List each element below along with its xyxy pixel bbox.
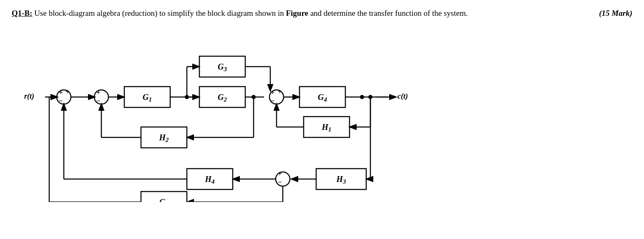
figure-word: Figure (286, 9, 308, 17)
svg-text:−: − (96, 97, 101, 105)
G2-label: G2 (218, 92, 227, 103)
block-diagram: r(t) + − + + − G1 (12, 27, 632, 202)
G5-label: G5 (159, 197, 169, 202)
svg-text:−: − (59, 97, 63, 105)
question-container: Q1-B: Use block-diagram algebra (reducti… (12, 7, 632, 202)
G3-label: G3 (218, 62, 227, 72)
G1-label: G1 (143, 92, 152, 103)
H2-label: H2 (158, 133, 169, 143)
svg-text:+: + (96, 89, 101, 97)
question-body: Use block-diagram algebra (reduction) to… (34, 9, 286, 17)
marks: (15 Mark) (599, 7, 632, 20)
svg-text:+: + (271, 89, 275, 97)
svg-text:+: + (65, 88, 70, 96)
H4-label: H4 (204, 174, 215, 185)
question-label: Q1-B: (12, 9, 33, 17)
output-signal-label: c(t) (397, 92, 408, 101)
H3-label: H3 (336, 174, 346, 185)
H1-label: H1 (321, 122, 331, 133)
branch-dot-3 (360, 95, 364, 99)
question-body2: and determine the transfer function of t… (310, 9, 468, 17)
svg-text:+: + (278, 170, 282, 178)
svg-text:−: − (271, 97, 275, 105)
svg-text:+: + (278, 88, 282, 96)
svg-text:−: − (278, 178, 282, 186)
input-signal-label: r(t) (24, 92, 34, 101)
G4-label: G4 (318, 92, 327, 103)
svg-text:+: + (59, 89, 63, 97)
question-text: Q1-B: Use block-diagram algebra (reducti… (12, 7, 632, 20)
